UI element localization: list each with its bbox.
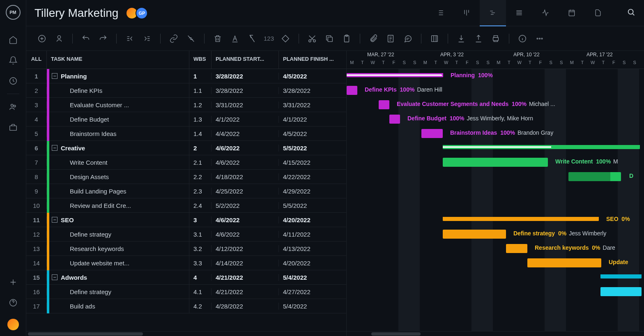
gantt-scrollbar[interactable] <box>347 331 644 336</box>
task-row[interactable]: 15 − Adwords 4 4/21/2022 5/4/2022 <box>26 270 346 285</box>
task-name-cell[interactable]: Build ads <box>47 299 189 313</box>
task-name-cell[interactable]: Design Assets <box>47 170 189 184</box>
task-name-cell[interactable]: Define strategy <box>47 227 189 242</box>
collapse-icon[interactable]: − <box>52 274 58 280</box>
collapse-icon[interactable]: − <box>52 217 58 223</box>
task-name-cell[interactable]: Write Content <box>47 155 189 170</box>
task-row[interactable]: 13 Research keywords 3.2 4/12/2022 4/13/… <box>26 242 346 256</box>
indent-button[interactable] <box>141 33 153 44</box>
task-name-cell[interactable]: Define strategy <box>47 285 189 299</box>
task-bar[interactable] <box>568 172 621 181</box>
comment-button[interactable] <box>402 33 414 44</box>
col-planned-finish[interactable]: PLANNED FINISH ... <box>279 51 346 69</box>
summary-bar[interactable] <box>443 217 599 221</box>
col-all[interactable]: ALL <box>26 51 47 69</box>
task-row[interactable]: 1 − Planning 1 3/28/2022 4/5/2022 <box>26 69 346 83</box>
summary-bar[interactable] <box>600 274 642 278</box>
task-row[interactable]: 3 Evaluate Customer ... 1.2 3/31/2022 3/… <box>26 98 346 112</box>
paste-button[interactable] <box>341 33 352 44</box>
summary-bar[interactable] <box>347 73 443 77</box>
home-icon[interactable] <box>9 35 18 44</box>
task-row[interactable]: 8 Design Assets 2.2 4/18/2022 4/22/2022 <box>26 170 346 184</box>
team-icon[interactable] <box>9 102 18 111</box>
task-name-cell[interactable]: Brainstorm Ideas <box>47 127 189 141</box>
task-bar[interactable] <box>443 230 506 239</box>
col-task-name[interactable]: TASK NAME <box>47 51 189 69</box>
clear-format-button[interactable] <box>246 33 258 44</box>
task-bar[interactable] <box>443 158 548 167</box>
app-logo[interactable]: PM <box>6 5 21 20</box>
priority-button[interactable] <box>280 33 291 44</box>
task-bar[interactable] <box>600 287 642 296</box>
task-row[interactable]: 6 − Creative 2 4/6/2022 5/5/2022 <box>26 141 346 155</box>
task-bar[interactable] <box>527 258 601 267</box>
cut-button[interactable] <box>306 33 318 44</box>
task-name-cell[interactable]: − Adwords <box>47 270 189 285</box>
file-view-button[interactable] <box>585 0 611 26</box>
task-name-cell[interactable]: Review and Edit Cre... <box>47 198 189 213</box>
briefcase-icon[interactable] <box>9 123 18 132</box>
task-bar[interactable] <box>379 100 389 109</box>
task-row[interactable]: 2 Define KPIs 1.1 3/28/2022 3/28/2022 <box>26 83 346 98</box>
import-button[interactable] <box>455 33 467 44</box>
list-view-button[interactable] <box>427 0 453 26</box>
task-name-cell[interactable]: Define Budget <box>47 112 189 127</box>
task-row[interactable]: 17 Build ads 4.2 4/28/2022 5/4/2022 <box>26 299 346 313</box>
task-row[interactable]: 4 Define Budget 1.3 4/1/2022 4/1/2022 <box>26 112 346 127</box>
columns-button[interactable] <box>429 33 440 44</box>
collapse-icon[interactable]: − <box>52 73 58 79</box>
info-button[interactable] <box>517 33 528 44</box>
redo-button[interactable] <box>97 33 109 44</box>
grid-scrollbar[interactable] <box>26 331 346 336</box>
undo-button[interactable] <box>80 33 92 44</box>
task-bar[interactable] <box>421 129 443 138</box>
sheet-view-button[interactable] <box>506 0 532 26</box>
collapse-icon[interactable]: − <box>52 145 58 151</box>
member-avatars[interactable]: GP <box>126 7 148 19</box>
clock-icon[interactable] <box>9 76 18 85</box>
task-row[interactable]: 14 Update website met... 3.3 4/14/2022 4… <box>26 256 346 270</box>
user-avatar[interactable] <box>7 319 19 330</box>
task-row[interactable]: 10 Review and Edit Cre... 2.4 5/2/2022 5… <box>26 198 346 213</box>
task-name-cell[interactable]: Evaluate Customer ... <box>47 98 189 112</box>
assign-button[interactable] <box>53 33 65 44</box>
task-name-cell[interactable]: − SEO <box>47 213 189 227</box>
task-name-cell[interactable]: Research keywords <box>47 242 189 256</box>
task-row[interactable]: 7 Write Content 2.1 4/6/2022 4/15/2022 <box>26 155 346 170</box>
gantt-view-button[interactable] <box>480 0 506 26</box>
unlink-button[interactable] <box>185 33 197 44</box>
delete-button[interactable] <box>212 33 223 44</box>
print-button[interactable] <box>490 33 501 44</box>
summary-bar[interactable] <box>443 145 640 149</box>
board-view-button[interactable] <box>453 0 480 26</box>
task-name-cell[interactable]: Update website met... <box>47 256 189 270</box>
task-name-cell[interactable]: Define KPIs <box>47 83 189 98</box>
task-name-cell[interactable]: − Planning <box>47 69 189 83</box>
outdent-button[interactable] <box>124 33 136 44</box>
task-row[interactable]: 5 Brainstorm Ideas 1.4 4/4/2022 4/5/2022 <box>26 127 346 141</box>
task-row[interactable]: 11 − SEO 3 4/6/2022 4/20/2022 <box>26 213 346 227</box>
col-wbs[interactable]: WBS <box>189 51 212 69</box>
task-name-cell[interactable]: − Creative <box>47 141 189 155</box>
link-button[interactable] <box>168 33 179 44</box>
task-row[interactable]: 16 Define strategy 4.1 4/21/2022 4/27/20… <box>26 285 346 299</box>
text-color-button[interactable] <box>229 33 241 44</box>
task-bar[interactable] <box>347 86 357 95</box>
attach-button[interactable] <box>368 33 379 44</box>
bell-icon[interactable] <box>9 56 18 65</box>
task-bar[interactable] <box>389 115 400 124</box>
add-task-button[interactable] <box>36 33 48 44</box>
calendar-view-button[interactable] <box>559 0 585 26</box>
export-button[interactable] <box>473 33 484 44</box>
activity-view-button[interactable] <box>532 0 559 26</box>
task-bar[interactable] <box>506 244 527 253</box>
search-icon[interactable] <box>627 8 636 18</box>
col-planned-start[interactable]: PLANNED START... <box>212 51 279 69</box>
task-row[interactable]: 12 Define strategy 3.1 4/6/2022 4/11/202… <box>26 227 346 242</box>
more-button[interactable] <box>534 33 545 44</box>
plus-icon[interactable] <box>9 278 18 287</box>
task-row[interactable]: 9 Build Landing Pages 2.3 4/25/2022 4/29… <box>26 184 346 198</box>
help-icon[interactable] <box>9 298 18 307</box>
task-name-cell[interactable]: Build Landing Pages <box>47 184 189 198</box>
copy-button[interactable] <box>324 33 335 44</box>
